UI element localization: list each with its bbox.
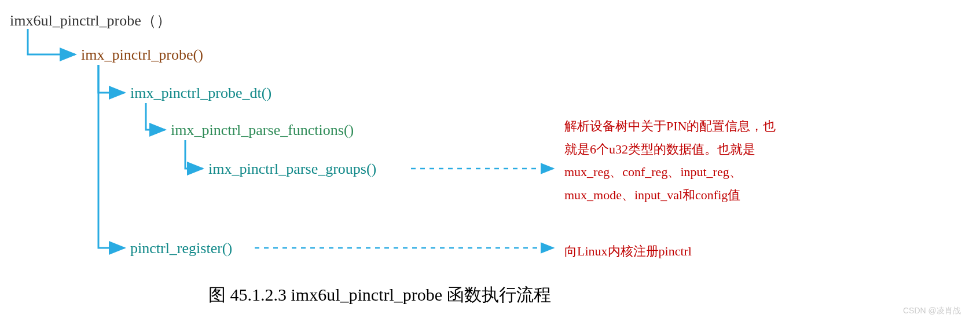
node-level2-probe-dt: imx_pinctrl_probe_dt() [130,85,271,102]
node-level4-parse-groups: imx_pinctrl_parse_groups() [208,160,376,178]
node-level1: imx_pinctrl_probe() [81,46,203,64]
node-level2-register: pinctrl_register() [130,240,232,257]
annotation-parse-groups: 解析设备树中关于PIN的配置信息，也就是6个u32类型的数据值。也就是mux_r… [564,115,784,206]
watermark: CSDN @凌肖战 [903,306,961,316]
annotation-register: 向Linux内核注册pinctrl [564,240,692,263]
node-level3-parse-functions: imx_pinctrl_parse_functions() [171,122,354,139]
node-root: imx6ul_pinctrl_probe（） [10,10,171,31]
figure-caption: 图 45.1.2.3 imx6ul_pinctrl_probe 函数执行流程 [208,283,551,307]
